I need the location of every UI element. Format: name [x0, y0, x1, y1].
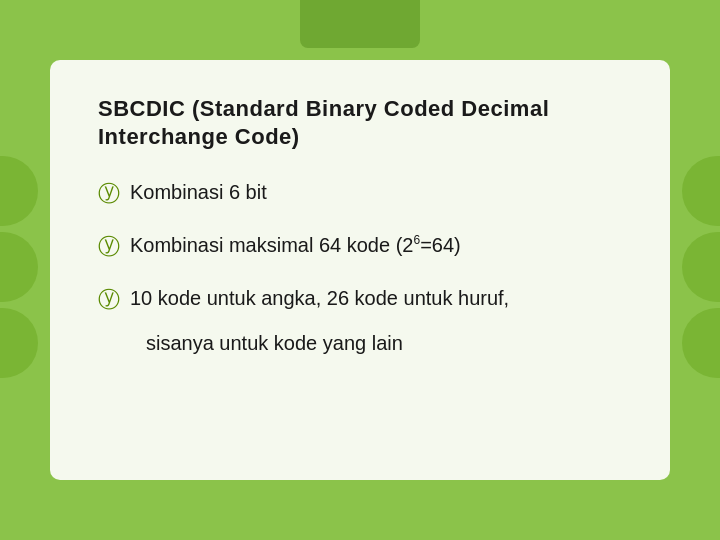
bullet-item-2: ⓨ Kombinasi maksimal 64 kode (26=64) — [98, 231, 622, 262]
bullet-icon-3: ⓨ — [98, 285, 120, 315]
right-circle-3 — [682, 308, 720, 378]
bullet-item-3: ⓨ 10 kode untuk angka, 26 kode untuk hur… — [98, 284, 622, 315]
right-decoration — [682, 156, 720, 384]
left-circle-3 — [0, 308, 38, 378]
left-circle-2 — [0, 232, 38, 302]
left-circle-1 — [0, 156, 38, 226]
bullet-text-1: Kombinasi 6 bit — [130, 178, 267, 206]
right-circle-2 — [682, 232, 720, 302]
bullet-text-3: 10 kode untuk angka, 26 kode untuk huruf… — [130, 284, 509, 312]
right-circle-1 — [682, 156, 720, 226]
bullet-icon-1: ⓨ — [98, 179, 120, 209]
bullet-icon-2: ⓨ — [98, 232, 120, 262]
main-card: SBCDIC (Standard Binary Coded Decimal In… — [50, 60, 670, 480]
bullet-text-2: Kombinasi maksimal 64 kode (26=64) — [130, 231, 461, 259]
title-line-2: Interchange Code) — [98, 124, 622, 150]
sub-text: sisanya untuk kode yang lain — [146, 329, 622, 357]
bullet-item-1: ⓨ Kombinasi 6 bit — [98, 178, 622, 209]
top-tab-decoration — [300, 0, 420, 48]
page-background: SBCDIC (Standard Binary Coded Decimal In… — [0, 0, 720, 540]
left-decoration — [0, 156, 38, 384]
title-line-1: SBCDIC (Standard Binary Coded Decimal — [98, 96, 622, 122]
